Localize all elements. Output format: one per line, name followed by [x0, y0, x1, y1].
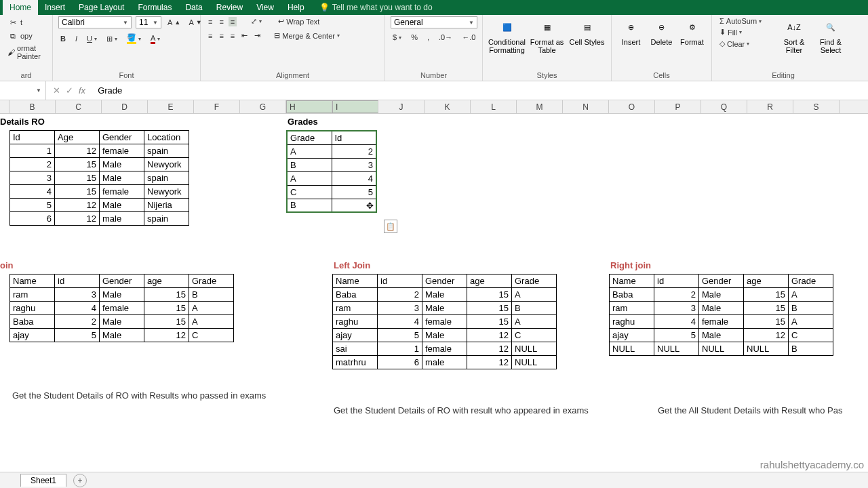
- percent-format-button[interactable]: %: [409, 33, 420, 42]
- wrap-text-button[interactable]: ↩Wrap Text: [276, 16, 321, 26]
- col-header[interactable]: N: [563, 100, 609, 113]
- join-table[interactable]: NameidGenderageGrade ram3Male15B raghu4f…: [9, 274, 234, 342]
- font-color-button[interactable]: A▾: [149, 33, 162, 45]
- borders-button[interactable]: ⊞▾: [104, 34, 119, 44]
- right-join-table[interactable]: NameidGenderageGrade Baba2Male15A ram3Ma…: [609, 274, 833, 356]
- enter-icon[interactable]: ✓: [66, 85, 73, 96]
- col-header[interactable]: L: [471, 100, 517, 113]
- tab-insert[interactable]: Insert: [38, 0, 72, 15]
- sort-filter-button[interactable]: A↓ZSort & Filter: [777, 16, 811, 54]
- align-bottom-button[interactable]: ≡: [229, 17, 237, 26]
- col-header[interactable]: M: [517, 100, 563, 113]
- col-header[interactable]: O: [609, 100, 655, 113]
- group-label-styles: Styles: [488, 71, 606, 81]
- col-header[interactable]: B: [9, 100, 56, 113]
- col-header[interactable]: P: [655, 100, 701, 113]
- accounting-format-button[interactable]: $▾: [391, 33, 403, 42]
- increase-indent-button[interactable]: ⇥: [252, 30, 262, 41]
- name-box[interactable]: ▼: [0, 81, 46, 100]
- tab-formulas[interactable]: Formulas: [131, 0, 178, 15]
- number-format-select[interactable]: General▼: [391, 16, 477, 28]
- formula-input[interactable]: Grade: [92, 85, 122, 96]
- copy-button[interactable]: ⧉opy: [5, 30, 47, 42]
- merge-icon: ⊟: [274, 31, 280, 40]
- grades-table[interactable]: GradeId A2 B3 A4 C5 B: [286, 130, 377, 213]
- col-header[interactable]: D: [102, 100, 148, 113]
- tell-me-search[interactable]: 💡 Tell me what you want to do: [319, 3, 433, 12]
- add-sheet-button[interactable]: +: [73, 474, 87, 487]
- align-right-button[interactable]: ≡: [229, 31, 237, 41]
- tab-help[interactable]: Help: [281, 0, 311, 15]
- orientation-button[interactable]: ⤢▾: [249, 16, 264, 26]
- tab-page-layout[interactable]: Page Layout: [72, 0, 131, 15]
- find-select-button[interactable]: 🔍Find & Select: [814, 16, 848, 54]
- col-header[interactable]: C: [56, 100, 102, 113]
- sheet-tab[interactable]: Sheet1: [20, 474, 66, 487]
- question-2: Get the Student Details of RO with resul…: [334, 405, 589, 415]
- conditional-formatting-button[interactable]: 🟦Conditional Formatting: [488, 16, 526, 54]
- lightbulb-icon: 💡: [319, 3, 330, 12]
- col-header[interactable]: R: [747, 100, 793, 113]
- align-top-button[interactable]: ≡: [206, 17, 214, 26]
- col-header[interactable]: Q: [701, 100, 747, 113]
- clear-button[interactable]: ◇Clear▾: [717, 39, 774, 49]
- fill-icon: ⬇: [719, 28, 726, 37]
- ribbon-tabs: Home Insert Page Layout Formulas Data Re…: [0, 0, 868, 15]
- tab-review[interactable]: Review: [210, 0, 250, 15]
- search-icon: 🔍: [820, 16, 842, 38]
- tab-data[interactable]: Data: [178, 0, 209, 15]
- paste-options-icon[interactable]: 📋: [384, 220, 397, 233]
- col-header[interactable]: G: [240, 100, 286, 113]
- fx-icon[interactable]: fx: [79, 85, 85, 96]
- font-size-select[interactable]: 11▼: [136, 16, 161, 28]
- details-table[interactable]: IdAgeGenderLocation 112femalespain 215Ma…: [9, 130, 189, 226]
- col-header[interactable]: E: [148, 100, 194, 113]
- tab-view[interactable]: View: [250, 0, 281, 15]
- italic-button[interactable]: I: [73, 34, 79, 43]
- col-header[interactable]: I: [332, 100, 378, 113]
- col-header[interactable]: J: [378, 100, 425, 113]
- underline-button[interactable]: U▾: [85, 34, 99, 43]
- cancel-icon[interactable]: ✕: [53, 85, 60, 96]
- col-header[interactable]: S: [793, 100, 840, 113]
- decrease-indent-button[interactable]: ⇤: [239, 30, 250, 41]
- left-join-table[interactable]: NameidGenderageGrade Baba2Male15A ram3Ma…: [332, 274, 557, 369]
- bucket-icon: 🪣: [127, 33, 136, 44]
- align-middle-button[interactable]: ≡: [217, 17, 225, 26]
- format-icon: ⚙: [682, 16, 703, 38]
- left-join-title: Left Join: [334, 260, 370, 270]
- increase-decimal-button[interactable]: .0→: [437, 33, 454, 42]
- fill-button[interactable]: ⬇Fill▾: [717, 27, 774, 37]
- paint-icon: 🖌: [7, 47, 15, 58]
- autosum-button[interactable]: ΣAutoSum▾: [717, 16, 774, 26]
- decrease-decimal-button[interactable]: ←.0: [460, 33, 477, 42]
- comma-format-button[interactable]: ,: [425, 33, 431, 42]
- question-1: Get the Student Details of RO with Resul…: [12, 390, 266, 401]
- cell-styles-button[interactable]: ▤Cell Styles: [568, 16, 606, 46]
- format-painter-button[interactable]: 🖌ormat Painter: [5, 43, 47, 61]
- bold-button[interactable]: B: [58, 34, 68, 43]
- format-as-table-button[interactable]: ▦Format as Table: [528, 16, 566, 54]
- delete-cells-button[interactable]: ⊖Delete: [648, 16, 675, 46]
- sort-icon: A↓Z: [783, 16, 805, 38]
- grow-font-button[interactable]: A▲: [165, 18, 182, 27]
- cond-format-icon: 🟦: [496, 16, 518, 38]
- cursor-icon: ✥: [366, 201, 377, 211]
- col-header[interactable]: F: [194, 100, 240, 113]
- sheet-tabs: Sheet1 +: [0, 472, 868, 488]
- copy-icon: ⧉: [7, 30, 18, 41]
- format-cells-button[interactable]: ⚙Format: [678, 16, 706, 46]
- tab-home[interactable]: Home: [3, 0, 38, 15]
- insert-cells-button[interactable]: ⊕Insert: [617, 16, 645, 46]
- fill-color-button[interactable]: 🪣▾: [125, 33, 143, 45]
- col-header[interactable]: H: [286, 100, 332, 113]
- col-header[interactable]: K: [425, 100, 471, 113]
- border-icon: ⊞: [106, 35, 113, 43]
- font-name-select[interactable]: Calibri▼: [58, 16, 132, 28]
- worksheet-area[interactable]: B C D E F G H I J K L M N O P Q R S Deta…: [0, 100, 868, 114]
- align-center-button[interactable]: ≡: [217, 31, 225, 41]
- align-left-button[interactable]: ≡: [206, 31, 214, 41]
- merge-center-button[interactable]: ⊟Merge & Center▾: [272, 30, 342, 41]
- question-3: Get the All Student Details with Result …: [658, 405, 842, 415]
- cut-button[interactable]: ✂t: [5, 16, 47, 28]
